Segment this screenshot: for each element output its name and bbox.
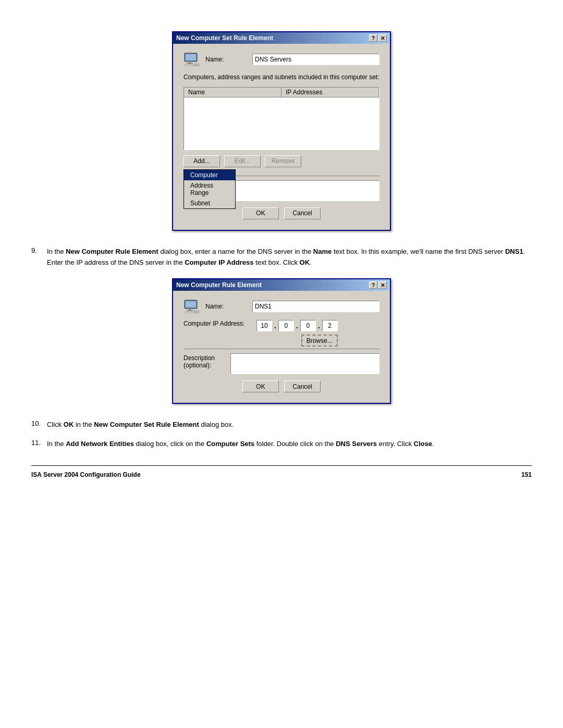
- dialog1-titlebar: New Computer Set Rule Element ? ✕: [173, 32, 390, 44]
- ip-octet-4[interactable]: [322, 320, 338, 331]
- computer-icon: [183, 52, 200, 67]
- dropdown-menu: Computer Address Range Subnet: [183, 169, 236, 209]
- buttons-row: Add... Computer Address Range Subnet Edi…: [183, 155, 380, 167]
- dialog1-title: New Computer Set Rule Element: [176, 34, 273, 42]
- dialog2-ok-button[interactable]: OK: [242, 380, 279, 392]
- dialog2-desc-label: Description(optional):: [183, 353, 225, 369]
- name-label: Name:: [205, 56, 247, 63]
- page-divider: [31, 465, 532, 466]
- ip-dot-1: .: [273, 322, 277, 330]
- ip-dot-2: .: [295, 322, 299, 330]
- dialog2-titlebar-buttons: ? ✕: [369, 281, 387, 289]
- step9-row: 9. In the New Computer Rule Element dial…: [31, 246, 532, 268]
- list-header: Name IP Addresses: [184, 88, 379, 97]
- dialog2-titlebar: New Computer Rule Element ? ✕: [173, 279, 390, 291]
- dropdown-subnet[interactable]: Subnet: [184, 198, 235, 208]
- dialog2-cancel-button[interactable]: Cancel: [284, 380, 321, 392]
- add-button[interactable]: Add...: [183, 155, 220, 167]
- name-label-text: Name:: [205, 56, 224, 63]
- dialog2-close-button[interactable]: ✕: [378, 281, 387, 289]
- dropdown-computer[interactable]: Computer: [184, 170, 235, 180]
- cancel-button[interactable]: Cancel: [284, 207, 321, 219]
- browse-area: Browse...: [256, 335, 338, 347]
- buttons-area: Add... Computer Address Range Subnet Edi…: [183, 155, 380, 172]
- ip-address-group: . . .: [256, 320, 338, 331]
- page-content: New Computer Set Rule Element ? ✕: [31, 31, 532, 478]
- ip-octet-1[interactable]: [256, 320, 272, 331]
- remove-button[interactable]: Remove: [265, 155, 301, 167]
- dialog2-title: New Computer Rule Element: [176, 281, 262, 289]
- name-input[interactable]: [252, 54, 380, 65]
- ip-dot-3: .: [317, 322, 321, 330]
- dialog1-body: Name: Computers, address ranges and subn…: [173, 44, 390, 230]
- step11-body: In the Add Network Entities dialog box, …: [47, 439, 434, 450]
- svg-rect-10: [187, 310, 193, 311]
- dialog2-help-button[interactable]: ?: [369, 281, 377, 289]
- ok-button[interactable]: OK: [242, 207, 279, 219]
- step10-number: 10.: [31, 419, 44, 430]
- svg-rect-2: [189, 61, 191, 63]
- dialog2-name-input[interactable]: [252, 301, 380, 312]
- svg-rect-3: [187, 63, 193, 64]
- step11-number: 11.: [31, 439, 44, 450]
- name-row: Name:: [183, 52, 380, 67]
- dialog2-computer-icon: [183, 299, 200, 314]
- ip-row: Computer IP Address: . . . Browse.: [183, 320, 380, 347]
- list-area: Name IP Addresses: [183, 87, 380, 150]
- step9-number: 9.: [31, 246, 44, 268]
- titlebar-buttons: ? ✕: [369, 34, 387, 42]
- col-name: Name: [184, 88, 282, 97]
- dialog1-footer: OK Cancel: [183, 207, 380, 221]
- desc-textarea[interactable]: [230, 180, 380, 201]
- add-button-wrapper: Add... Computer Address Range Subnet: [183, 155, 220, 167]
- dialog2-window: New Computer Rule Element ? ✕: [172, 278, 391, 404]
- dialog2-desc-row: Description(optional):: [183, 353, 380, 374]
- ip-label: Computer IP Address:: [183, 320, 251, 327]
- footer-right: 151: [521, 471, 532, 478]
- step10-row: 10. Click OK in the New Computer Set Rul…: [31, 419, 532, 430]
- browse-button[interactable]: Browse...: [301, 335, 338, 347]
- footer-left: ISA Server 2004 Configuration Guide: [31, 471, 141, 478]
- dialog2-name-row: Name:: [183, 299, 380, 314]
- svg-rect-4: [183, 65, 193, 66]
- list-body[interactable]: [184, 97, 379, 150]
- svg-rect-11: [183, 312, 193, 313]
- svg-point-6: [194, 65, 195, 66]
- close-button[interactable]: ✕: [378, 34, 387, 42]
- dialog2-separator: [183, 349, 380, 349]
- svg-rect-8: [186, 301, 196, 307]
- help-button[interactable]: ?: [369, 34, 377, 42]
- ip-octet-2[interactable]: [278, 320, 294, 331]
- set-description: Computers, address ranges and subnets in…: [183, 73, 380, 82]
- dialog2-name-label: Name:: [205, 303, 247, 310]
- col-ip: IP Addresses: [282, 88, 379, 97]
- dialog2-desc-textarea[interactable]: [230, 353, 380, 374]
- dropdown-address-range[interactable]: Address Range: [184, 180, 235, 198]
- page-footer: ISA Server 2004 Configuration Guide 151: [31, 471, 532, 478]
- ip-octet-3[interactable]: [300, 320, 316, 331]
- step10-body: Click OK in the New Computer Set Rule El…: [47, 419, 234, 430]
- dialog1-container: New Computer Set Rule Element ? ✕: [31, 31, 532, 231]
- dialog2-container: New Computer Rule Element ? ✕: [31, 278, 532, 404]
- step11-row: 11. In the Add Network Entities dialog b…: [31, 439, 532, 450]
- edit-button[interactable]: Edit...: [224, 155, 261, 167]
- svg-point-13: [194, 312, 195, 313]
- dialog2-footer: OK Cancel: [183, 380, 380, 394]
- step9-body: In the New Computer Rule Element dialog …: [47, 246, 532, 268]
- dialog2-name-label-text: Name:: [205, 303, 224, 310]
- dialog2-body: Name: Computer IP Address: . .: [173, 291, 390, 403]
- svg-rect-1: [186, 54, 196, 60]
- svg-rect-9: [189, 309, 191, 310]
- dialog1-window: New Computer Set Rule Element ? ✕: [172, 31, 391, 231]
- ip-fields-area: . . . Browse...: [256, 320, 338, 347]
